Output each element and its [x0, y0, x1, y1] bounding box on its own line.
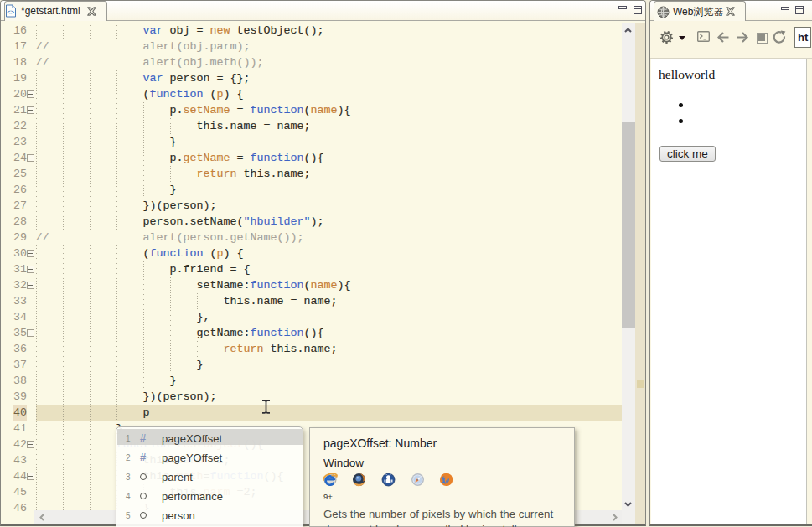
svg-text:<>: <> [8, 9, 14, 15]
